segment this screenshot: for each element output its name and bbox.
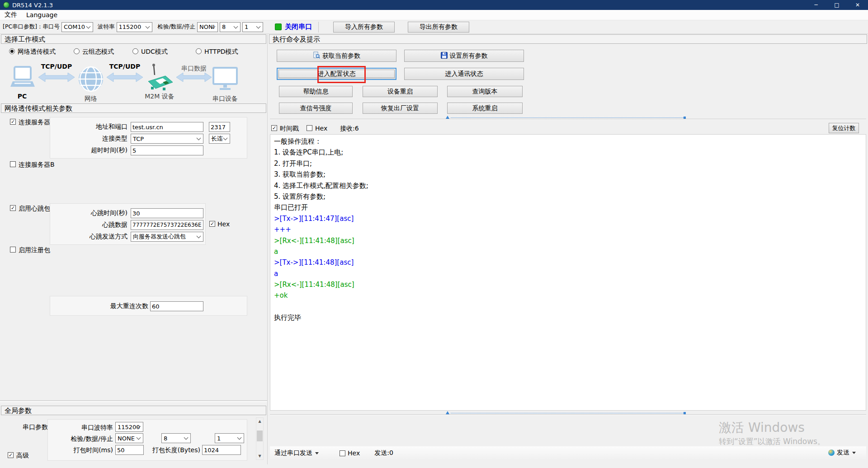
query-version-label: 查询版本 [472,88,498,96]
top-trackbar-thumb[interactable] [446,116,449,119]
timeout-input[interactable]: 5 [131,145,203,155]
advanced-checkbox[interactable] [8,452,14,458]
help-button[interactable]: 帮助信息 [279,86,353,97]
parity-select[interactable]: NONI [197,22,218,32]
packlen-value: 1024 [204,447,219,454]
conn-type-select[interactable]: TCP [131,134,203,144]
server-a-label[interactable]: 连接服务器A [19,118,55,126]
advanced-label[interactable]: 高级 [16,452,29,460]
hb-time-input[interactable]: 30 [131,208,203,218]
server-addr-input[interactable]: test.usr.cn [131,122,203,132]
send-hex-checkbox[interactable] [340,450,345,456]
top-trackbar-end [684,117,686,119]
device-reboot-button[interactable]: 设备重启 [363,86,438,97]
radio-udc-label[interactable]: UDC模式 [141,48,168,56]
radio-udc-mode[interactable] [132,48,138,54]
query-version-button[interactable]: 查询版本 [447,86,523,97]
top-trackbar[interactable] [270,119,866,120]
bottom-trackbar[interactable] [270,414,866,415]
close-icon: ✕ [855,2,860,8]
export-params-button[interactable]: 导出所有参数 [408,22,469,33]
bottom-trackbar-thumb[interactable] [446,411,449,414]
log-text: 串口已打开 [274,203,308,211]
bottom-trackbar-end [684,412,686,414]
heartbeat-label[interactable]: 启用心跳包 [19,205,50,213]
menu-language[interactable]: Language [22,10,62,20]
timestamp-checkbox[interactable] [271,125,277,131]
close-port-button[interactable]: 关闭串口 [285,23,312,31]
send-via-dropdown[interactable]: 通过串口发送 [274,449,312,457]
set-params-button[interactable]: 设置所有参数 [404,50,524,62]
g-parity-select[interactable]: NONE [115,433,143,443]
server-b-checkbox[interactable] [10,161,16,167]
radio-httpd-label[interactable]: HTTPD模式 [204,48,238,56]
baud-label: 波特率 [98,23,115,31]
log-line: 4. 选择工作模式,配置相关参数; [274,182,866,192]
log-line: >[Rx<-][11:41:48][asc] [274,237,866,248]
send-hex-label[interactable]: Hex [348,449,360,457]
factory-reset-button[interactable]: 恢复出厂设置 [363,103,438,114]
hb-data-input[interactable]: 7777772E7573722E636E [131,220,203,230]
keepalive-select[interactable]: 长连 [209,134,230,144]
left-scrollbar[interactable]: ▲ ▼ [256,417,264,460]
send-via-chevron-icon[interactable] [315,452,319,454]
com-port-select[interactable]: COM10 [61,22,93,32]
hb-hex-checkbox[interactable] [209,221,215,227]
radio-net-transparent-mode[interactable] [9,48,15,54]
hb-hex-label[interactable]: Hex [217,220,230,228]
server-port-input[interactable]: 2317 [209,122,230,132]
system-reboot-button[interactable]: 系统重启 [447,103,523,114]
register-checkbox[interactable] [10,247,16,253]
packtime-input[interactable]: 50 [115,445,144,455]
reset-count-button[interactable]: 复位计数 [829,123,859,133]
radio-cloud-label[interactable]: 云组态模式 [82,48,114,56]
app-window: DR514 V2.1.3 ─ □ ✕ 文件 Language [PC串口参数]：… [0,0,868,468]
stopbits-select[interactable]: 1 [242,22,263,32]
addr-port-label: 地址和端口 [54,123,127,131]
serial-device-icon [212,67,238,93]
databits-select[interactable]: 8 [220,22,241,32]
server-a-checkbox[interactable] [10,119,16,125]
scroll-up-icon[interactable]: ▲ [256,418,263,425]
import-params-button[interactable]: 导入所有参数 [333,22,395,33]
log-hex-checkbox[interactable] [307,125,312,131]
radio-net-transparent-label[interactable]: 网络透传模式 [18,48,56,56]
enter-comm-button[interactable]: 进入通讯状态 [404,68,524,80]
g-databits-select[interactable]: 8 [161,433,191,443]
send-button[interactable]: 发送 [828,449,856,457]
hb-mode-select[interactable]: 向服务器发送心跳包 [131,232,203,242]
radio-httpd-mode[interactable] [196,48,202,54]
packlen-input[interactable]: 1024 [202,445,241,455]
server-b-label[interactable]: 连接服务器B [19,161,55,169]
log-text: >[Rx<-][11:41:48][asc] [274,237,354,245]
minimize-button[interactable]: ─ [806,0,826,10]
heartbeat-checkbox[interactable] [10,205,16,211]
activate-windows-watermark: 激活 Windows [719,419,805,436]
keepalive-value: 长连 [211,135,223,143]
get-params-button[interactable]: 获取当前参数 [277,50,396,62]
log-text: 3. 获取当前参数; [274,170,326,178]
scroll-down-icon[interactable]: ▼ [256,453,263,459]
menu-file[interactable]: 文件 [0,10,22,20]
log-line: >[Tx->][11:41:47][asc] [274,215,866,225]
network-label: 网络 [77,95,105,103]
register-label[interactable]: 启用注册包 [19,246,50,254]
log-text: 2. 打开串口; [274,159,312,168]
global-section-header: 全局参数 [1,406,266,415]
maximize-button[interactable]: □ [826,0,847,10]
doc-search-icon [313,51,320,60]
reconnect-input[interactable]: 60 [150,301,203,311]
g-stopbits-value: 1 [217,435,221,442]
panel-divider [267,34,268,464]
close-button[interactable]: ✕ [847,0,868,10]
log-hex-label[interactable]: Hex [315,125,327,132]
radio-cloud-mode[interactable] [74,48,80,54]
g-baud-select[interactable]: 115200 [115,422,143,432]
log-output[interactable]: 一般操作流程： 1. 设备连PC串口,上电; 2. 打开串口; 3. 获取当前参… [270,134,866,411]
signal-strength-button[interactable]: 查信号强度 [279,103,353,114]
g-stopbits-select[interactable]: 1 [215,433,244,443]
baud-select[interactable]: 115200 [117,22,152,32]
timestamp-label[interactable]: 时间戳 [280,125,299,133]
scrollbar-thumb[interactable] [257,431,263,441]
arrow2-icon [107,71,143,84]
